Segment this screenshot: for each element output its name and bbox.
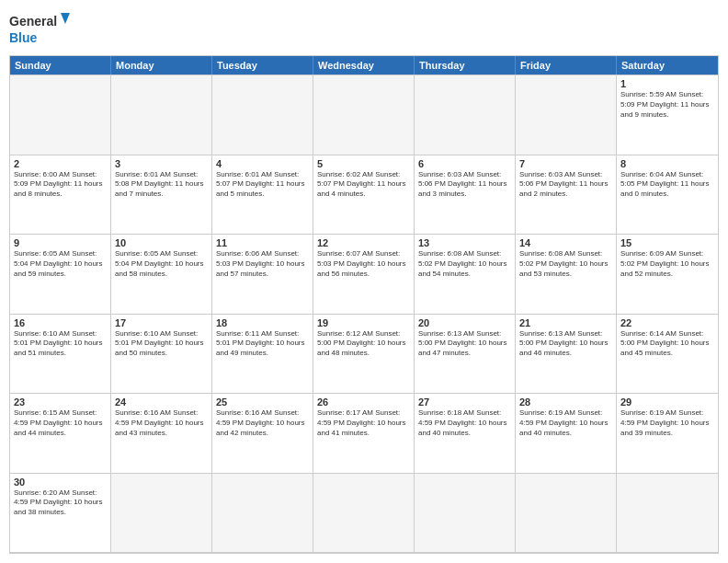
day-number: 6 <box>418 158 511 169</box>
day-number: 16 <box>14 317 107 328</box>
day-sun-info: Sunrise: 6:07 AM Sunset: 5:03 PM Dayligh… <box>317 249 410 279</box>
logo: General Blue <box>9 9 74 50</box>
day-cell-3: 3Sunrise: 6:01 AM Sunset: 5:08 PM Daylig… <box>111 155 212 236</box>
day-cell-14: 14Sunrise: 6:08 AM Sunset: 5:02 PM Dayli… <box>516 235 617 315</box>
day-cell-22: 22Sunrise: 6:14 AM Sunset: 5:00 PM Dayli… <box>617 315 718 395</box>
day-cell-30: 30Sunrise: 6:20 AM Sunset: 4:59 PM Dayli… <box>10 474 111 554</box>
day-sun-info: Sunrise: 6:19 AM Sunset: 4:59 PM Dayligh… <box>620 408 714 438</box>
day-cell-11: 11Sunrise: 6:06 AM Sunset: 5:03 PM Dayli… <box>212 235 313 315</box>
day-cell-10: 10Sunrise: 6:05 AM Sunset: 5:04 PM Dayli… <box>111 235 212 315</box>
day-number: 18 <box>216 317 309 328</box>
day-cell-26: 26Sunrise: 6:17 AM Sunset: 4:59 PM Dayli… <box>313 394 415 474</box>
day-cell-9: 9Sunrise: 6:05 AM Sunset: 5:04 PM Daylig… <box>10 235 111 315</box>
empty-cell <box>212 75 313 155</box>
svg-text:General: General <box>9 14 57 29</box>
calendar-grid: 1Sunrise: 5:59 AM Sunset: 5:09 PM Daylig… <box>10 75 718 553</box>
day-sun-info: Sunrise: 6:14 AM Sunset: 5:00 PM Dayligh… <box>620 329 714 359</box>
empty-cell <box>212 474 313 554</box>
day-sun-info: Sunrise: 6:15 AM Sunset: 4:59 PM Dayligh… <box>14 408 107 438</box>
day-sun-info: Sunrise: 6:18 AM Sunset: 4:59 PM Dayligh… <box>418 408 511 438</box>
day-cell-2: 2Sunrise: 6:00 AM Sunset: 5:09 PM Daylig… <box>10 155 111 236</box>
day-sun-info: Sunrise: 6:10 AM Sunset: 5:01 PM Dayligh… <box>14 329 107 359</box>
day-number: 11 <box>216 237 309 248</box>
day-number: 14 <box>519 237 612 248</box>
day-cell-27: 27Sunrise: 6:18 AM Sunset: 4:59 PM Dayli… <box>415 394 516 474</box>
day-cell-18: 18Sunrise: 6:11 AM Sunset: 5:01 PM Dayli… <box>212 315 313 395</box>
day-header-monday: Monday <box>111 56 212 75</box>
day-sun-info: Sunrise: 6:13 AM Sunset: 5:00 PM Dayligh… <box>519 329 612 359</box>
day-number: 30 <box>14 477 107 488</box>
day-sun-info: Sunrise: 6:11 AM Sunset: 5:01 PM Dayligh… <box>216 329 309 359</box>
day-cell-7: 7Sunrise: 6:03 AM Sunset: 5:06 PM Daylig… <box>516 155 617 236</box>
day-cell-16: 16Sunrise: 6:10 AM Sunset: 5:01 PM Dayli… <box>10 315 111 395</box>
day-number: 23 <box>14 396 107 408</box>
day-cell-4: 4Sunrise: 6:01 AM Sunset: 5:07 PM Daylig… <box>212 155 313 236</box>
day-sun-info: Sunrise: 6:01 AM Sunset: 5:08 PM Dayligh… <box>115 170 208 200</box>
day-sun-info: Sunrise: 5:59 AM Sunset: 5:09 PM Dayligh… <box>620 90 714 120</box>
day-number: 27 <box>418 396 511 408</box>
svg-text:Blue: Blue <box>9 30 38 45</box>
day-header-thursday: Thursday <box>415 56 516 75</box>
day-number: 21 <box>519 317 612 328</box>
day-number: 5 <box>317 158 410 169</box>
svg-marker-2 <box>61 13 70 24</box>
day-header-friday: Friday <box>516 56 617 75</box>
day-cell-15: 15Sunrise: 6:09 AM Sunset: 5:02 PM Dayli… <box>617 235 718 315</box>
day-sun-info: Sunrise: 6:08 AM Sunset: 5:02 PM Dayligh… <box>519 249 612 279</box>
day-cell-6: 6Sunrise: 6:03 AM Sunset: 5:06 PM Daylig… <box>415 155 516 236</box>
empty-cell <box>313 75 415 155</box>
day-number: 1 <box>620 78 714 89</box>
day-number: 20 <box>418 317 511 328</box>
day-cell-20: 20Sunrise: 6:13 AM Sunset: 5:00 PM Dayli… <box>415 315 516 395</box>
day-cell-21: 21Sunrise: 6:13 AM Sunset: 5:00 PM Dayli… <box>516 315 617 395</box>
day-number: 19 <box>317 317 410 328</box>
day-sun-info: Sunrise: 6:03 AM Sunset: 5:06 PM Dayligh… <box>519 170 612 200</box>
day-cell-24: 24Sunrise: 6:16 AM Sunset: 4:59 PM Dayli… <box>111 394 212 474</box>
day-cell-12: 12Sunrise: 6:07 AM Sunset: 5:03 PM Dayli… <box>313 235 415 315</box>
day-cell-29: 29Sunrise: 6:19 AM Sunset: 4:59 PM Dayli… <box>617 394 718 474</box>
day-cell-17: 17Sunrise: 6:10 AM Sunset: 5:01 PM Dayli… <box>111 315 212 395</box>
day-number: 28 <box>519 396 612 408</box>
day-sun-info: Sunrise: 6:05 AM Sunset: 5:04 PM Dayligh… <box>115 249 208 279</box>
day-sun-info: Sunrise: 6:05 AM Sunset: 5:04 PM Dayligh… <box>14 249 107 279</box>
empty-cell <box>313 474 415 554</box>
day-number: 3 <box>115 158 208 169</box>
day-number: 22 <box>620 317 714 328</box>
day-number: 9 <box>14 237 107 248</box>
empty-cell <box>415 75 516 155</box>
empty-cell <box>415 474 516 554</box>
day-cell-8: 8Sunrise: 6:04 AM Sunset: 5:05 PM Daylig… <box>617 155 718 236</box>
day-cell-13: 13Sunrise: 6:08 AM Sunset: 5:02 PM Dayli… <box>415 235 516 315</box>
day-number: 26 <box>317 396 410 408</box>
day-number: 2 <box>14 158 107 169</box>
day-sun-info: Sunrise: 6:20 AM Sunset: 4:59 PM Dayligh… <box>14 488 107 518</box>
calendar: SundayMondayTuesdayWednesdayThursdayFrid… <box>9 55 719 554</box>
day-header-saturday: Saturday <box>617 56 718 75</box>
empty-cell <box>617 474 718 554</box>
day-header-tuesday: Tuesday <box>212 56 313 75</box>
day-number: 29 <box>620 396 714 408</box>
day-number: 17 <box>115 317 208 328</box>
empty-cell <box>111 75 212 155</box>
logo-svg: General Blue <box>9 9 74 50</box>
day-sun-info: Sunrise: 6:19 AM Sunset: 4:59 PM Dayligh… <box>519 408 612 438</box>
day-sun-info: Sunrise: 6:10 AM Sunset: 5:01 PM Dayligh… <box>115 329 208 359</box>
day-number: 15 <box>620 237 714 248</box>
day-number: 10 <box>115 237 208 248</box>
day-number: 4 <box>216 158 309 169</box>
day-sun-info: Sunrise: 6:03 AM Sunset: 5:06 PM Dayligh… <box>418 170 511 200</box>
day-sun-info: Sunrise: 6:01 AM Sunset: 5:07 PM Dayligh… <box>216 170 309 200</box>
empty-cell <box>516 75 617 155</box>
day-sun-info: Sunrise: 6:17 AM Sunset: 4:59 PM Dayligh… <box>317 408 410 438</box>
day-header-sunday: Sunday <box>10 56 111 75</box>
day-sun-info: Sunrise: 6:16 AM Sunset: 4:59 PM Dayligh… <box>216 408 309 438</box>
day-number: 13 <box>418 237 511 248</box>
empty-cell <box>10 75 111 155</box>
day-cell-23: 23Sunrise: 6:15 AM Sunset: 4:59 PM Dayli… <box>10 394 111 474</box>
day-number: 25 <box>216 396 309 408</box>
day-sun-info: Sunrise: 6:12 AM Sunset: 5:00 PM Dayligh… <box>317 329 410 359</box>
day-header-wednesday: Wednesday <box>313 56 415 75</box>
day-sun-info: Sunrise: 6:06 AM Sunset: 5:03 PM Dayligh… <box>216 249 309 279</box>
day-sun-info: Sunrise: 6:00 AM Sunset: 5:09 PM Dayligh… <box>14 170 107 200</box>
day-headers: SundayMondayTuesdayWednesdayThursdayFrid… <box>10 56 718 75</box>
